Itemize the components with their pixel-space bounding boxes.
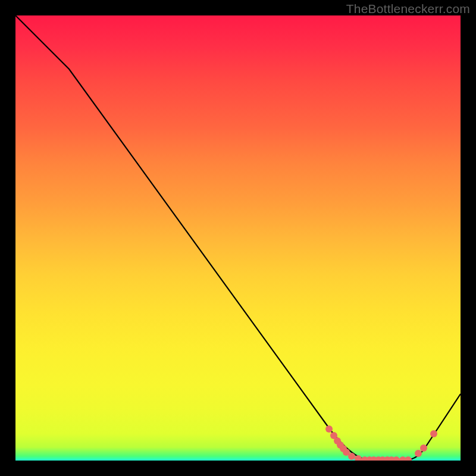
marker-group xyxy=(325,425,437,461)
curve-layer xyxy=(15,15,461,461)
svg-point-20 xyxy=(430,430,437,437)
svg-point-15 xyxy=(393,456,400,461)
svg-point-0 xyxy=(325,425,333,433)
watermark-text: TheBottleneckerr.com xyxy=(346,2,470,16)
svg-point-6 xyxy=(348,453,355,460)
chart-container: TheBottleneckerr.com xyxy=(0,0,476,476)
svg-point-17 xyxy=(405,456,412,461)
svg-point-19 xyxy=(420,444,427,452)
plot-area xyxy=(15,15,461,461)
svg-point-7 xyxy=(355,455,362,461)
svg-point-18 xyxy=(415,450,422,457)
bottleneck-curve-path xyxy=(15,15,461,460)
